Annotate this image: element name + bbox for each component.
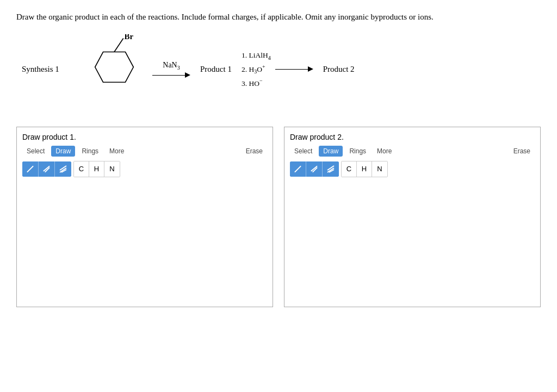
double-bond-btn-1[interactable] [39, 161, 55, 177]
panel1-bond-toolbar: C H N [22, 161, 267, 177]
atom-group-2: C H N [341, 161, 388, 177]
draw-panel-2: Draw product 2. Select Draw Rings More E… [284, 127, 541, 307]
panel2-toolbar: Select Draw Rings More Erase [290, 146, 535, 157]
triple-bond-btn-2[interactable] [323, 161, 339, 177]
bond-group-1 [22, 161, 71, 177]
select-button-1[interactable]: Select [22, 146, 49, 157]
panel1-toolbar: Select Draw Rings More Erase [22, 146, 267, 157]
hydrogen-btn-2[interactable]: H [357, 161, 372, 177]
condition-1: 1. LiAlH4 [242, 49, 271, 63]
select-button-2[interactable]: Select [290, 146, 317, 157]
panel2-bond-toolbar: C H N [290, 161, 535, 177]
arrow-line [152, 75, 185, 76]
synthesis-label: Synthesis 1 [22, 65, 76, 74]
more-button-2[interactable]: More [373, 146, 396, 157]
triple-bond-btn-1[interactable] [55, 161, 71, 177]
svg-line-0 [114, 38, 123, 52]
double-bond-btn-2[interactable] [306, 161, 323, 177]
arrow-head [185, 72, 190, 78]
condition-3: 3. HO− [242, 77, 263, 90]
single-bond-icon [26, 165, 34, 173]
rings-button-1[interactable]: Rings [77, 146, 103, 157]
instructions-text: Draw the organic product in each of the … [16, 11, 533, 23]
condition-2: 2. H3O+ [242, 63, 265, 77]
atom-group-1: C H N [73, 161, 120, 177]
double-bond-icon-2 [310, 165, 318, 173]
arrow1 [152, 72, 190, 78]
reagent1-label: NaN3 [163, 61, 180, 71]
arrow2 [275, 66, 313, 72]
triple-bond-icon [59, 165, 67, 173]
draw-panel-1: Draw product 1. Select Draw Rings More E… [16, 127, 273, 307]
svg-line-7 [295, 166, 301, 172]
double-bond-icon [42, 165, 51, 173]
svg-line-1 [27, 166, 33, 172]
single-bond-btn-1[interactable] [22, 161, 39, 177]
arrow2-line [275, 69, 308, 70]
product1-label: Product 1 [200, 65, 232, 74]
cyclohexane-br-molecule: Br [82, 34, 147, 105]
erase-button-2[interactable]: Erase [509, 146, 535, 157]
panel2-title: Draw product 2. [290, 133, 535, 141]
cyclohexane-ring [95, 52, 134, 82]
draw-button-1[interactable]: Draw [51, 146, 75, 157]
panels-row: Draw product 1. Select Draw Rings More E… [16, 127, 541, 307]
hydrogen-btn-1[interactable]: H [89, 161, 104, 177]
single-bond-icon-2 [294, 165, 302, 173]
erase-button-1[interactable]: Erase [242, 146, 267, 157]
reaction1-group: NaN3 [152, 61, 190, 78]
canvas-1[interactable] [22, 182, 267, 301]
more-button-1[interactable]: More [105, 146, 128, 157]
starting-material: Br [76, 34, 152, 105]
panel1-title: Draw product 1. [22, 133, 267, 141]
arrow2-head [308, 66, 313, 72]
carbon-btn-1[interactable]: C [74, 161, 89, 177]
rings-button-2[interactable]: Rings [345, 146, 370, 157]
nitrogen-btn-1[interactable]: N [104, 161, 120, 177]
br-label: Br [125, 34, 134, 41]
synthesis-section: Synthesis 1 Br NaN3 Product 1 1. LiAlH4 … [16, 34, 541, 105]
conditions-list: 1. LiAlH4 2. H3O+ 3. HO− [242, 49, 271, 90]
triple-bond-icon-2 [326, 165, 335, 173]
draw-button-2[interactable]: Draw [319, 146, 343, 157]
nitrogen-btn-2[interactable]: N [372, 161, 387, 177]
canvas-2[interactable] [290, 182, 535, 301]
single-bond-btn-2[interactable] [290, 161, 306, 177]
bond-group-2 [290, 161, 339, 177]
carbon-btn-2[interactable]: C [342, 161, 357, 177]
product2-label: Product 2 [323, 65, 355, 74]
reaction2-group: 1. LiAlH4 2. H3O+ 3. HO− [242, 49, 313, 90]
